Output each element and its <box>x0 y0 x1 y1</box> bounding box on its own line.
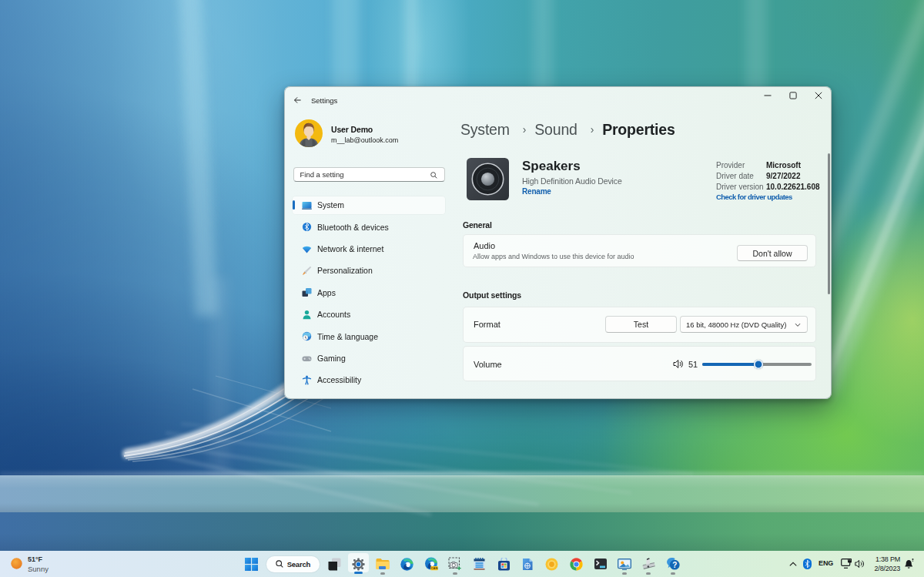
svg-text:CAN: CAN <box>431 566 438 570</box>
svg-text:?: ? <box>672 561 677 569</box>
